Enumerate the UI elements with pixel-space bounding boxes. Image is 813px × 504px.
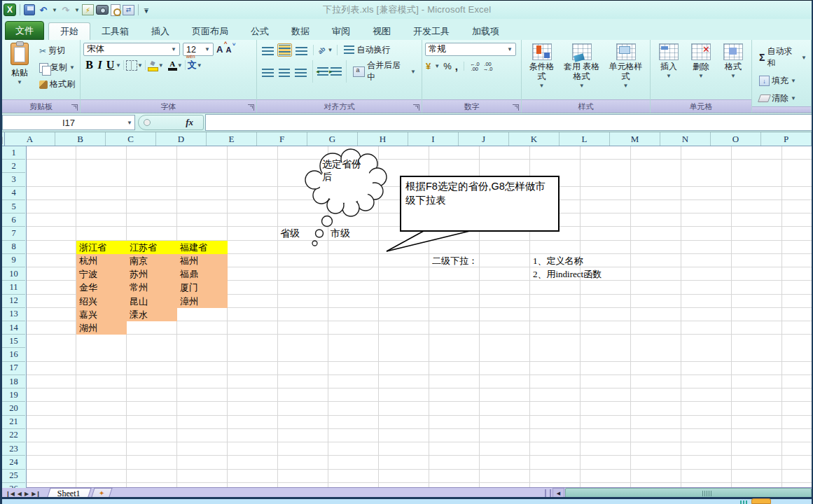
- borders-dropdown[interactable]: ▼: [137, 62, 143, 69]
- row-header-8[interactable]: 8: [2, 241, 25, 254]
- row-header-25[interactable]: 25: [2, 470, 25, 483]
- tab-file[interactable]: 文件: [5, 21, 44, 40]
- row-header-14[interactable]: 14: [2, 321, 25, 335]
- tab-data[interactable]: 数据: [280, 23, 321, 40]
- align-middle-button[interactable]: [277, 43, 292, 57]
- column-header-J[interactable]: J: [459, 132, 509, 146]
- select-all-corner[interactable]: [2, 132, 5, 146]
- name-box-dropdown-arrow[interactable]: ▼: [127, 120, 132, 126]
- prev-sheet-button[interactable]: ◀: [18, 491, 22, 497]
- column-header-E[interactable]: E: [207, 132, 257, 146]
- column-header-N[interactable]: N: [660, 132, 711, 146]
- city-cell[interactable]: 漳州: [177, 295, 228, 308]
- align-top-button[interactable]: [260, 43, 275, 57]
- next-sheet-button[interactable]: ▶: [25, 491, 29, 497]
- comma-style-button[interactable]: ,: [455, 60, 458, 72]
- row-header-22[interactable]: 22: [2, 429, 25, 442]
- column-header-A[interactable]: A: [5, 132, 55, 146]
- column-header-C[interactable]: C: [106, 132, 156, 146]
- column-header-L[interactable]: L: [560, 132, 610, 146]
- formula-input[interactable]: [205, 114, 812, 131]
- tab-view[interactable]: 视图: [361, 23, 402, 40]
- row-header-19[interactable]: 19: [2, 388, 25, 402]
- row-header-20[interactable]: 20: [2, 402, 25, 415]
- tab-toolbox[interactable]: 工具箱: [90, 23, 140, 40]
- tab-review[interactable]: 审阅: [321, 23, 361, 40]
- province-header-cell[interactable]: 浙江省: [76, 241, 127, 254]
- phonetic-dropdown[interactable]: ▼: [197, 62, 202, 69]
- percent-style-button[interactable]: %: [443, 61, 452, 71]
- orientation-dropdown[interactable]: ▼: [328, 47, 333, 53]
- tab-home[interactable]: 开始: [48, 22, 90, 40]
- row-header-2[interactable]: 2: [2, 160, 25, 173]
- decrease-decimal-button[interactable]: .00 →.0: [483, 62, 493, 71]
- delete-cells-button[interactable]: 删除▼: [690, 41, 712, 98]
- bold-button[interactable]: B: [84, 59, 95, 71]
- city-cell[interactable]: 福州: [177, 254, 228, 267]
- city-cell[interactable]: 金华: [76, 281, 127, 294]
- note-cell-I9[interactable]: 二级下拉：: [429, 254, 478, 267]
- underline-button[interactable]: U: [105, 59, 116, 71]
- paste-button[interactable]: 粘贴 ▼: [5, 43, 34, 94]
- accounting-dropdown[interactable]: ▼: [434, 63, 440, 69]
- clear-button[interactable]: 清除▼: [757, 92, 809, 105]
- row-header-18[interactable]: 18: [2, 375, 25, 388]
- city-cell[interactable]: 南京: [127, 254, 177, 267]
- underline-dropdown[interactable]: ▼: [116, 62, 121, 69]
- row-header-24[interactable]: 24: [2, 456, 25, 469]
- cut-button[interactable]: ✂剪切: [37, 44, 77, 57]
- city-cell[interactable]: 常州: [127, 281, 177, 294]
- number-format-select[interactable]: 常规▼: [425, 43, 516, 56]
- row-header-4[interactable]: 4: [2, 187, 25, 200]
- column-header-H[interactable]: H: [358, 132, 408, 146]
- cell-styles-button[interactable]: 单元格样式▼: [604, 41, 648, 98]
- borders-button[interactable]: [126, 60, 137, 71]
- callout-shape[interactable]: 根据F8选定的省份,G8怎样做市级下拉表: [400, 176, 560, 232]
- clipboard-dialog-launcher[interactable]: [71, 104, 78, 111]
- column-header-D[interactable]: D: [156, 132, 207, 146]
- city-cell[interactable]: 厦门: [177, 281, 228, 294]
- column-header-M[interactable]: M: [610, 132, 660, 146]
- align-left-button[interactable]: [260, 65, 275, 78]
- note-cell-K10[interactable]: 2、用indirect函数: [530, 267, 602, 281]
- city-cell[interactable]: 宁波: [76, 267, 127, 281]
- row-header-9[interactable]: 9: [2, 254, 25, 267]
- column-header-K[interactable]: K: [509, 132, 560, 146]
- insert-function-button[interactable]: fx: [138, 115, 204, 130]
- copy-button[interactable]: 复制▼: [37, 61, 77, 74]
- italic-button[interactable]: I: [95, 59, 105, 71]
- font-dialog-launcher[interactable]: [248, 104, 254, 111]
- insert-cells-button[interactable]: 插入▼: [658, 41, 680, 98]
- tab-insert[interactable]: 插入: [140, 23, 181, 40]
- shrink-font-button[interactable]: A: [225, 46, 231, 54]
- font-name-select[interactable]: 宋体▼: [83, 43, 180, 56]
- column-header-O[interactable]: O: [711, 132, 761, 146]
- province-header-cell[interactable]: 江苏省: [127, 241, 177, 254]
- alignment-dialog-launcher[interactable]: [413, 104, 419, 111]
- column-header-B[interactable]: B: [55, 132, 106, 146]
- name-box[interactable]: I17▼: [2, 115, 135, 130]
- autosum-button[interactable]: Σ自动求和▼: [757, 45, 809, 70]
- city-cell[interactable]: 杭州: [76, 254, 127, 267]
- column-header-I[interactable]: I: [408, 132, 459, 146]
- city-cell[interactable]: 福鼎: [177, 267, 228, 281]
- column-header-F[interactable]: F: [257, 132, 307, 146]
- row-header-16[interactable]: 16: [2, 348, 25, 361]
- increase-decimal-button[interactable]: ←.0 .00: [470, 62, 480, 71]
- format-cells-button[interactable]: 格式▼: [722, 41, 744, 98]
- city-cell[interactable]: 昆山: [127, 295, 177, 308]
- format-as-table-button[interactable]: 套用 表格格式▼: [560, 41, 604, 98]
- row-header-12[interactable]: 12: [2, 295, 25, 308]
- tab-formulas[interactable]: 公式: [239, 23, 280, 40]
- first-sheet-button[interactable]: ❙◀: [6, 491, 15, 497]
- row-header-15[interactable]: 15: [2, 335, 25, 348]
- grow-font-button[interactable]: A: [216, 44, 223, 55]
- increase-indent-button[interactable]: [331, 67, 342, 76]
- decrease-indent-button[interactable]: [317, 67, 328, 76]
- row-header-6[interactable]: 6: [2, 214, 25, 227]
- row-header-1[interactable]: 1: [2, 146, 25, 160]
- fill-button[interactable]: ↓填充▼: [757, 74, 809, 88]
- column-header-P[interactable]: P: [761, 132, 812, 146]
- tab-page-layout[interactable]: 页面布局: [181, 23, 239, 40]
- align-bottom-button[interactable]: [294, 43, 309, 57]
